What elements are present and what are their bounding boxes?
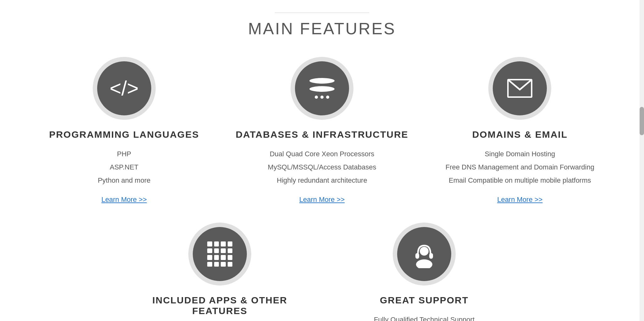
support-person-icon bbox=[410, 240, 438, 268]
grid-cell-2 bbox=[214, 241, 219, 246]
apps-icon-inner bbox=[193, 227, 247, 281]
mail-icon bbox=[507, 79, 532, 98]
grid-cell-6 bbox=[214, 248, 219, 253]
grid-cell-14 bbox=[214, 262, 219, 267]
svg-point-4 bbox=[416, 259, 432, 268]
grid-cell-9 bbox=[207, 255, 212, 260]
grid-cell-16 bbox=[228, 262, 233, 267]
grid-cell-10 bbox=[214, 255, 219, 260]
support-svg bbox=[410, 240, 438, 268]
databases-title: DATABASES & INFRASTRUCTURE bbox=[236, 129, 408, 140]
db-dot-3 bbox=[326, 96, 329, 99]
section-title-wrapper: MAIN FEATURES bbox=[25, 13, 619, 38]
scrollbar-thumb[interactable] bbox=[640, 107, 644, 135]
databases-learn-more-link[interactable]: Learn More >> bbox=[299, 196, 345, 204]
databases-desc-line3: Highly redundant architecture bbox=[236, 174, 408, 187]
support-icon-inner bbox=[397, 227, 451, 281]
support-title: GREAT SUPPORT bbox=[335, 295, 514, 306]
grid-cell-12 bbox=[228, 255, 233, 260]
grid-cell-8 bbox=[228, 248, 233, 253]
feature-included-apps: INCLUDED APPS & OTHER FEATURES cPanel (d… bbox=[118, 223, 322, 321]
grid-cell-7 bbox=[221, 248, 226, 253]
db-dot-1 bbox=[315, 96, 318, 99]
svg-rect-2 bbox=[429, 253, 433, 259]
db-disk-top bbox=[309, 78, 335, 84]
feature-great-support: GREAT SUPPORT Fully Qualified Technical … bbox=[322, 223, 526, 321]
programming-learn-more-link[interactable]: Learn More >> bbox=[102, 196, 147, 204]
domains-desc-line1: Single Domain Hosting bbox=[434, 147, 606, 161]
domains-desc: Single Domain Hosting Free DNS Managemen… bbox=[434, 147, 606, 187]
svg-point-3 bbox=[420, 247, 429, 256]
title-line bbox=[275, 13, 369, 13]
grid-cell-4 bbox=[228, 241, 233, 246]
svg-rect-1 bbox=[415, 253, 419, 259]
databases-desc-line2: MySQL/MSSQL/Access Databases bbox=[236, 161, 408, 174]
databases-desc-line1: Dual Quad Core Xeon Processors bbox=[236, 147, 408, 161]
programming-desc-line1: PHP bbox=[38, 147, 210, 161]
programming-desc-line2: ASP.NET bbox=[38, 161, 210, 174]
programming-icon-inner: </> bbox=[97, 61, 151, 115]
domains-title: DOMAINS & EMAIL bbox=[434, 129, 606, 140]
programming-desc-line3: Python and more bbox=[38, 174, 210, 187]
grid-cell-1 bbox=[207, 241, 212, 246]
scrollbar-track[interactable] bbox=[640, 0, 644, 321]
feature-domains-email: DOMAINS & EMAIL Single Domain Hosting Fr… bbox=[421, 57, 619, 204]
programming-languages-title: PROGRAMMING LANGUAGES bbox=[38, 129, 210, 140]
features-top-row: </> PROGRAMMING LANGUAGES PHP ASP.NET Py… bbox=[25, 57, 619, 204]
domains-icon-inner bbox=[493, 61, 547, 115]
feature-programming-languages: </> PROGRAMMING LANGUAGES PHP ASP.NET Py… bbox=[25, 57, 223, 204]
programming-icon-outer: </> bbox=[93, 57, 156, 120]
db-dots bbox=[315, 96, 329, 99]
domains-desc-line2: Free DNS Management and Domain Forwardin… bbox=[434, 161, 606, 174]
main-container: MAIN FEATURES </> PROGRAMMING LANGUAGES … bbox=[0, 0, 644, 321]
feature-databases-infrastructure: DATABASES & INFRASTRUCTURE Dual Quad Cor… bbox=[223, 57, 421, 204]
databases-icon-outer bbox=[291, 57, 353, 120]
grid-cell-11 bbox=[221, 255, 226, 260]
features-bottom-row: INCLUDED APPS & OTHER FEATURES cPanel (d… bbox=[25, 223, 619, 321]
grid-cell-15 bbox=[221, 262, 226, 267]
code-icon: </> bbox=[109, 78, 139, 98]
grid-cell-5 bbox=[207, 248, 212, 253]
databases-icon-inner bbox=[295, 61, 349, 115]
grid-icon bbox=[207, 241, 232, 267]
envelope-svg bbox=[507, 79, 532, 98]
support-desc-line1: Fully Qualified Technical Support bbox=[335, 313, 514, 321]
db-disk-mid bbox=[309, 86, 335, 92]
support-desc: Fully Qualified Technical Support 24/7 L… bbox=[335, 313, 514, 321]
domains-icon-outer bbox=[488, 57, 551, 120]
support-icon-outer bbox=[393, 223, 456, 285]
database-icon bbox=[309, 78, 335, 99]
domains-desc-line3: Email Compatible on multiple mobile plat… bbox=[434, 174, 606, 187]
apps-title: INCLUDED APPS & OTHER FEATURES bbox=[130, 295, 309, 316]
domains-learn-more-link[interactable]: Learn More >> bbox=[497, 196, 542, 204]
programming-languages-desc: PHP ASP.NET Python and more bbox=[38, 147, 210, 187]
section-title: MAIN FEATURES bbox=[25, 19, 619, 38]
db-dot-2 bbox=[320, 96, 324, 99]
apps-icon-outer bbox=[188, 223, 251, 285]
grid-cell-3 bbox=[221, 241, 226, 246]
databases-desc: Dual Quad Core Xeon Processors MySQL/MSS… bbox=[236, 147, 408, 187]
grid-cell-13 bbox=[207, 262, 212, 267]
